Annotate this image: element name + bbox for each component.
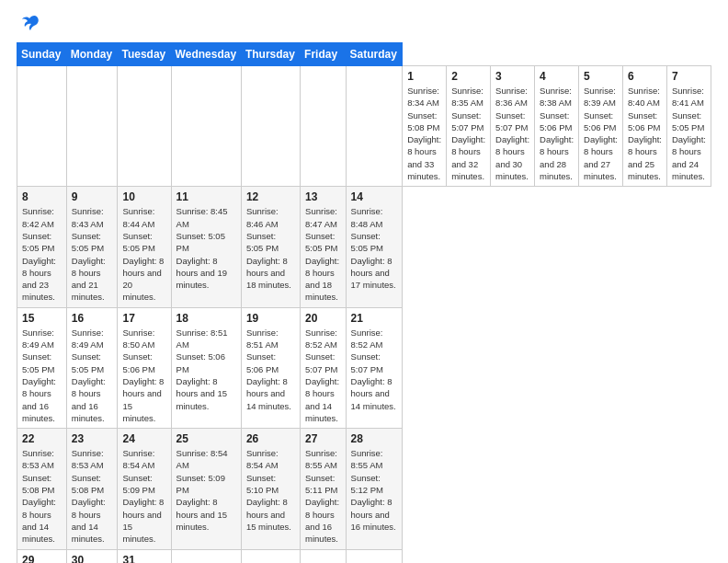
calendar-cell: 30 Sunrise: 8:55 AMSunset: 5:13 PMDaylig… (66, 549, 118, 563)
calendar-cell (241, 549, 300, 563)
day-info: Sunrise: 8:50 AMSunset: 5:06 PMDaylight:… (122, 327, 165, 424)
calendar-cell: 4 Sunrise: 8:38 AMSunset: 5:06 PMDayligh… (535, 66, 579, 187)
day-number: 21 (351, 312, 398, 325)
calendar-cell: 27 Sunrise: 8:55 AMSunset: 5:11 PMDaylig… (301, 429, 347, 549)
day-info: Sunrise: 8:47 AMSunset: 5:05 PMDaylight:… (305, 205, 341, 303)
day-number: 24 (122, 432, 165, 445)
calendar-header-tuesday: Tuesday (118, 43, 171, 66)
calendar-cell: 25 Sunrise: 8:54 AMSunset: 5:09 PMDaylig… (171, 429, 241, 549)
day-info: Sunrise: 8:55 AMSunset: 5:11 PMDaylight:… (305, 447, 341, 545)
calendar-cell: 12 Sunrise: 8:46 AMSunset: 5:05 PMDaylig… (241, 187, 300, 307)
day-number: 7 (672, 70, 706, 83)
calendar-cell: 7 Sunrise: 8:41 AMSunset: 5:05 PMDayligh… (666, 66, 711, 187)
calendar-cell: 17 Sunrise: 8:50 AMSunset: 5:06 PMDaylig… (118, 307, 171, 428)
calendar-cell (17, 66, 67, 187)
calendar-cell (346, 549, 403, 563)
calendar-cell: 31 Sunrise: 8:55 AMSunset: 5:14 PMDaylig… (118, 549, 171, 563)
calendar-table: SundayMondayTuesdayWednesdayThursdayFrid… (17, 42, 711, 563)
day-number: 18 (176, 312, 236, 325)
day-info: Sunrise: 8:46 AMSunset: 5:05 PMDaylight:… (246, 205, 295, 291)
day-info: Sunrise: 8:39 AMSunset: 5:06 PMDaylight:… (584, 85, 618, 182)
day-info: Sunrise: 8:42 AMSunset: 5:05 PMDaylight:… (22, 205, 62, 303)
day-info: Sunrise: 8:48 AMSunset: 5:05 PMDaylight:… (351, 205, 398, 291)
day-info: Sunrise: 8:44 AMSunset: 5:05 PMDaylight:… (122, 205, 165, 303)
calendar-week-row: 1 Sunrise: 8:34 AMSunset: 5:08 PMDayligh… (17, 66, 711, 187)
day-info: Sunrise: 8:43 AMSunset: 5:05 PMDaylight:… (72, 205, 113, 303)
calendar-cell (241, 66, 300, 187)
day-number: 10 (122, 190, 165, 203)
logo-text (17, 17, 40, 33)
calendar-cell: 2 Sunrise: 8:35 AMSunset: 5:07 PMDayligh… (447, 66, 491, 187)
day-number: 5 (584, 70, 618, 83)
day-info: Sunrise: 8:40 AMSunset: 5:06 PMDaylight:… (628, 85, 662, 182)
day-info: Sunrise: 8:49 AMSunset: 5:05 PMDaylight:… (22, 327, 62, 424)
calendar-cell: 11 Sunrise: 8:45 AMSunset: 5:05 PMDaylig… (171, 187, 241, 307)
calendar-cell: 21 Sunrise: 8:52 AMSunset: 5:07 PMDaylig… (346, 307, 403, 428)
day-number: 17 (122, 312, 165, 325)
logo-bird-icon (20, 13, 40, 33)
calendar-cell: 24 Sunrise: 8:54 AMSunset: 5:09 PMDaylig… (118, 429, 171, 549)
day-info: Sunrise: 8:51 AMSunset: 5:06 PMDaylight:… (176, 327, 236, 412)
day-number: 12 (246, 190, 295, 203)
day-number: 23 (72, 432, 113, 445)
day-info: Sunrise: 8:52 AMSunset: 5:07 PMDaylight:… (351, 327, 398, 412)
day-info: Sunrise: 8:53 AMSunset: 5:08 PMDaylight:… (22, 447, 62, 545)
day-info: Sunrise: 8:52 AMSunset: 5:07 PMDaylight:… (305, 327, 341, 424)
calendar-header-friday: Friday (301, 43, 347, 66)
calendar-cell (171, 66, 241, 187)
calendar-cell: 9 Sunrise: 8:43 AMSunset: 5:05 PMDayligh… (66, 187, 118, 307)
day-number: 14 (351, 190, 398, 203)
day-number: 9 (72, 190, 113, 203)
day-number: 15 (22, 312, 62, 325)
calendar-week-row: 8 Sunrise: 8:42 AMSunset: 5:05 PMDayligh… (17, 187, 711, 307)
day-number: 1 (407, 70, 441, 83)
calendar-header-sunday: Sunday (17, 43, 67, 66)
day-info: Sunrise: 8:54 AMSunset: 5:10 PMDaylight:… (246, 447, 295, 533)
day-info: Sunrise: 8:34 AMSunset: 5:08 PMDaylight:… (407, 85, 441, 182)
day-info: Sunrise: 8:54 AMSunset: 5:09 PMDaylight:… (122, 447, 165, 545)
calendar-header-wednesday: Wednesday (171, 43, 241, 66)
calendar-cell (118, 66, 171, 187)
calendar-cell: 14 Sunrise: 8:48 AMSunset: 5:05 PMDaylig… (346, 187, 403, 307)
day-info: Sunrise: 8:54 AMSunset: 5:09 PMDaylight:… (176, 447, 236, 533)
day-number: 6 (628, 70, 662, 83)
calendar-header-row: SundayMondayTuesdayWednesdayThursdayFrid… (17, 43, 711, 66)
day-number: 19 (246, 312, 295, 325)
calendar-cell: 10 Sunrise: 8:44 AMSunset: 5:05 PMDaylig… (118, 187, 171, 307)
day-info: Sunrise: 8:49 AMSunset: 5:05 PMDaylight:… (72, 327, 113, 424)
day-info: Sunrise: 8:55 AMSunset: 5:12 PMDaylight:… (351, 447, 398, 533)
calendar-cell (301, 549, 347, 563)
day-number: 22 (22, 432, 62, 445)
day-number: 4 (540, 70, 574, 83)
day-number: 30 (72, 554, 113, 564)
calendar-cell: 5 Sunrise: 8:39 AMSunset: 5:06 PMDayligh… (579, 66, 623, 187)
day-number: 25 (176, 432, 236, 445)
calendar-cell: 26 Sunrise: 8:54 AMSunset: 5:10 PMDaylig… (241, 429, 300, 549)
day-number: 3 (495, 70, 529, 83)
day-number: 29 (22, 554, 62, 564)
logo (17, 17, 40, 33)
calendar-week-row: 15 Sunrise: 8:49 AMSunset: 5:05 PMDaylig… (17, 307, 711, 428)
calendar-cell (346, 66, 403, 187)
calendar-cell: 8 Sunrise: 8:42 AMSunset: 5:05 PMDayligh… (17, 187, 67, 307)
calendar-cell (66, 66, 118, 187)
header (17, 17, 711, 33)
calendar-cell (301, 66, 347, 187)
day-number: 16 (72, 312, 113, 325)
calendar-header-thursday: Thursday (241, 43, 300, 66)
page: SundayMondayTuesdayWednesdayThursdayFrid… (0, 0, 728, 563)
calendar-cell: 13 Sunrise: 8:47 AMSunset: 5:05 PMDaylig… (301, 187, 347, 307)
day-info: Sunrise: 8:51 AMSunset: 5:06 PMDaylight:… (246, 327, 295, 412)
day-number: 11 (176, 190, 236, 203)
day-number: 8 (22, 190, 62, 203)
calendar-cell: 16 Sunrise: 8:49 AMSunset: 5:05 PMDaylig… (66, 307, 118, 428)
calendar-cell: 20 Sunrise: 8:52 AMSunset: 5:07 PMDaylig… (301, 307, 347, 428)
calendar-week-row: 29 Sunrise: 8:55 AMSunset: 5:12 PMDaylig… (17, 549, 711, 563)
day-info: Sunrise: 8:36 AMSunset: 5:07 PMDaylight:… (495, 85, 529, 182)
day-number: 28 (351, 432, 398, 445)
calendar-week-row: 22 Sunrise: 8:53 AMSunset: 5:08 PMDaylig… (17, 429, 711, 549)
day-number: 27 (305, 432, 341, 445)
day-number: 20 (305, 312, 341, 325)
calendar-cell: 18 Sunrise: 8:51 AMSunset: 5:06 PMDaylig… (171, 307, 241, 428)
calendar-cell: 23 Sunrise: 8:53 AMSunset: 5:08 PMDaylig… (66, 429, 118, 549)
